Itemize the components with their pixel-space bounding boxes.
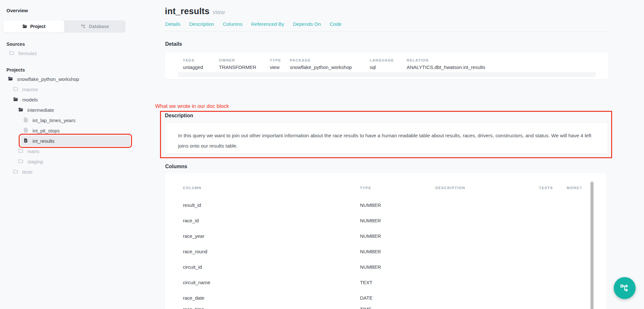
column-type-cell: NUMBER <box>360 233 381 239</box>
column-type-cell: NUMBER <box>360 249 381 255</box>
detail-field-package: PACKAGEsnowflake_python_workshop <box>290 58 352 70</box>
main-content: int_results view DetailsDescriptionColum… <box>165 0 608 309</box>
page-title-row: int_results view <box>165 6 225 16</box>
tree-item-marts[interactable]: marts <box>15 146 130 156</box>
detail-value: sql <box>370 64 394 70</box>
doc-block-annotation: What we wrote in our doc block <box>155 103 229 109</box>
database-toggle-label: Database <box>89 24 109 29</box>
detail-label: LANGUAGE <box>370 58 394 62</box>
column-name-cell: race_year <box>183 233 204 239</box>
details-footer-strip <box>178 72 596 77</box>
column-name-cell: race_round <box>183 249 207 255</box>
sources-heading: Sources <box>6 42 148 47</box>
tree-item-label: int_results <box>33 138 54 144</box>
tree-item-macros[interactable]: macros <box>10 84 130 94</box>
details-card: TAGSuntaggedOWNERTRANSFORMERTYPEviewPACK… <box>165 53 608 79</box>
tree-item-intermediate[interactable]: intermediate <box>15 105 130 115</box>
folder-closed-icon <box>13 169 19 175</box>
columns-card: COLUMNTYPEDESCRIPTIONTESTSMORE?result_id… <box>165 173 607 309</box>
tab-referenced-by[interactable]: Referenced By <box>251 21 284 27</box>
column-name-cell: result_id <box>183 202 201 208</box>
folder-open-icon <box>22 24 27 29</box>
column-type-cell: NUMBER <box>360 264 381 270</box>
column-header-tests: TESTS <box>539 186 553 190</box>
column-name-cell: circuit_name <box>183 280 210 285</box>
file-icon <box>23 117 29 123</box>
folder-closed-icon <box>18 159 24 164</box>
project-toggle-label: Project <box>30 24 45 29</box>
detail-field-owner: OWNERTRANSFORMER <box>219 58 256 70</box>
detail-value: snowflake_python_workshop <box>290 64 352 70</box>
tree-item-tests[interactable]: tests <box>10 167 130 177</box>
lineage-icon <box>81 24 86 29</box>
project-toggle-button[interactable]: Project <box>3 20 64 33</box>
column-type-cell: NUMBER <box>360 202 381 208</box>
detail-field-relation: RELATIONANALYTICS.dbt_hwatson.int_result… <box>407 58 485 70</box>
source-item-formula1[interactable]: formula1 <box>6 48 130 58</box>
column-name-cell: race_date <box>183 295 204 301</box>
tab-depends-on[interactable]: Depends On <box>293 21 321 27</box>
file-solid-icon <box>23 138 29 144</box>
column-type-cell: TEXT <box>360 280 372 285</box>
column-header-more: MORE? <box>567 186 582 190</box>
column-type-cell: NUMBER <box>360 218 381 224</box>
tab-details[interactable]: Details <box>165 21 180 27</box>
tree-item-int_pit_stops[interactable]: int_pit_stops <box>21 125 130 136</box>
view-toggle: Project Database <box>3 20 126 33</box>
description-card: In this query we want to join out other … <box>165 122 608 154</box>
folder-open-icon <box>13 97 19 102</box>
tree-item-int_results[interactable]: int_results <box>21 136 130 146</box>
tree-item-label: int_pit_stops <box>33 128 60 133</box>
tree-item-label: macros <box>22 87 38 92</box>
database-toggle-button[interactable]: Database <box>64 20 126 33</box>
folder-open-icon <box>18 107 24 113</box>
lineage-fab[interactable] <box>614 277 636 299</box>
column-header-type: TYPE <box>360 186 371 190</box>
tree-item-label: intermediate <box>27 107 54 113</box>
tab-columns[interactable]: Columns <box>223 21 242 27</box>
tree-item-label: staging <box>27 159 43 164</box>
sidebar-title: Overview <box>6 8 148 13</box>
detail-label: TAGS <box>183 58 203 62</box>
detail-label: PACKAGE <box>290 58 352 62</box>
tab-divider <box>165 31 608 32</box>
column-type-cell: DATE <box>360 295 373 301</box>
description-text: In this query we want to join out other … <box>165 123 608 151</box>
folder-closed-icon <box>18 148 24 154</box>
sidebar: Overview Project Database So <box>0 0 148 309</box>
project-tree: snowflake_python_workshopmacrosmodelsint… <box>0 74 148 177</box>
description-highlight-box: Description In this query we want to joi… <box>160 111 612 158</box>
detail-label: RELATION <box>407 58 485 62</box>
detail-field-tags: TAGSuntagged <box>183 58 203 70</box>
tree-item-snowflake_python_workshop[interactable]: snowflake_python_workshop <box>5 74 130 84</box>
tree-item-label: tests <box>22 169 33 175</box>
column-header-column: COLUMN <box>183 186 202 190</box>
tab-bar: DetailsDescriptionColumnsReferenced ByDe… <box>165 21 342 27</box>
detail-label: TYPE <box>270 58 281 62</box>
description-heading: Description <box>165 113 193 119</box>
column-header-description: DESCRIPTION <box>435 186 465 190</box>
tree-item-staging[interactable]: staging <box>15 156 130 167</box>
file-icon <box>23 128 29 133</box>
sources-list: formula1 <box>0 48 148 58</box>
columns-heading: Columns <box>165 164 187 169</box>
folder-open-icon <box>8 76 14 82</box>
tree-item-label: models <box>22 97 38 102</box>
tree-item-label: marts <box>27 149 40 154</box>
tree-item-label: int_lap_times_years <box>33 118 75 123</box>
columns-scrollbar-thumb[interactable] <box>591 182 593 309</box>
tree-item-models[interactable]: models <box>10 94 130 105</box>
tree-item-int_lap_times_years[interactable]: int_lap_times_years <box>21 115 130 125</box>
lineage-icon <box>620 283 630 293</box>
tree-item-label: snowflake_python_workshop <box>17 76 79 82</box>
columns-scrollbar[interactable] <box>590 181 594 309</box>
detail-value: view <box>270 64 281 70</box>
tab-code[interactable]: Code <box>330 21 342 27</box>
detail-value: TRANSFORMER <box>219 64 256 70</box>
tab-description[interactable]: Description <box>189 21 214 27</box>
model-type-badge: view <box>213 9 225 16</box>
folder-closed-icon <box>9 50 15 56</box>
projects-heading: Projects <box>6 67 148 72</box>
folder-closed-icon <box>13 86 19 92</box>
source-item-label: formula1 <box>18 51 37 56</box>
